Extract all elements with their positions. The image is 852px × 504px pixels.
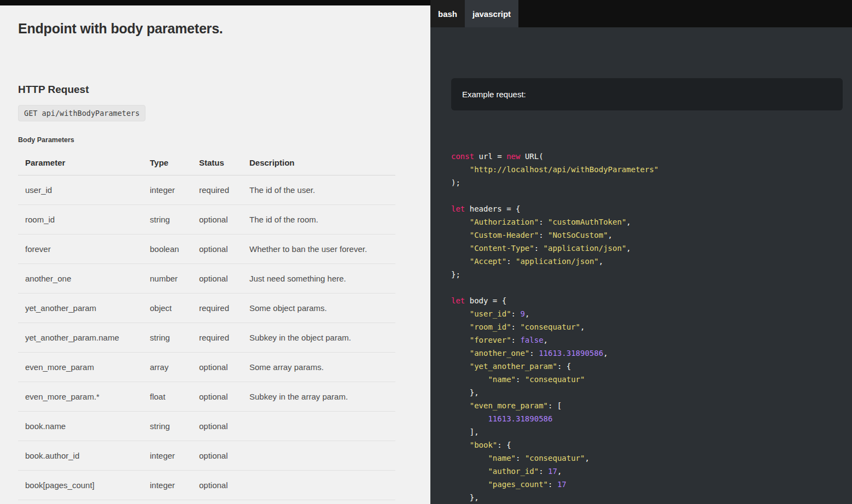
table-cell: Just need something here. xyxy=(242,264,395,294)
body-parameters-table: ParameterTypeStatusDescription user_idin… xyxy=(18,150,395,500)
table-row: book.author_idintegeroptional xyxy=(18,441,395,471)
table-cell: another_one xyxy=(18,264,143,294)
code-line: "another_one": 11613.31890586, xyxy=(451,347,843,360)
code-line: "even_more_param": [ xyxy=(451,399,843,412)
code-line: "user_id": 9, xyxy=(451,307,843,320)
table-cell: optional xyxy=(192,264,242,294)
code-line: "forever": false, xyxy=(451,333,843,347)
table-cell: book.name xyxy=(18,412,143,441)
table-row: room_idstringoptionalThe id of the room. xyxy=(18,205,395,235)
table-cell xyxy=(242,412,395,441)
table-cell: boolean xyxy=(143,235,192,264)
table-cell: even_more_param.* xyxy=(18,382,143,412)
language-tab-bar: bashjavascript xyxy=(430,0,852,27)
example-code-block: const url = new URL( "http://localhost/a… xyxy=(451,150,843,504)
table-cell xyxy=(242,471,395,500)
table-cell: Some object params. xyxy=(242,294,395,323)
table-cell: The id of the user. xyxy=(242,175,395,205)
table-cell: The id of the room. xyxy=(242,205,395,235)
code-line: ); xyxy=(451,176,843,189)
table-cell: book.author_id xyxy=(18,441,143,471)
table-cell: yet_another_param xyxy=(18,294,143,323)
code-line xyxy=(451,189,843,202)
code-line: const url = new URL( xyxy=(451,150,843,163)
code-panel: bashjavascript Example request: const ur… xyxy=(430,0,852,504)
table-cell: optional xyxy=(192,412,242,441)
code-area: Example request: const url = new URL( "h… xyxy=(430,27,852,504)
table-header-row: ParameterTypeStatusDescription xyxy=(18,150,395,175)
table-cell: required xyxy=(192,294,242,323)
table-row: even_more_paramarrayoptionalSome array p… xyxy=(18,353,395,382)
table-cell: optional xyxy=(192,441,242,471)
table-cell: room_id xyxy=(18,205,143,235)
table-cell: number xyxy=(143,264,192,294)
code-line: "author_id": 17, xyxy=(451,465,843,478)
code-line: "http://localhost/api/withBodyParameters… xyxy=(451,163,843,176)
docs-panel: Endpoint with body parameters. HTTP Requ… xyxy=(0,0,430,504)
table-row: book[pages_count]integeroptional xyxy=(18,471,395,500)
code-line: }; xyxy=(451,268,843,281)
table-cell xyxy=(242,441,395,471)
table-cell: forever xyxy=(18,235,143,264)
code-line: }, xyxy=(451,491,843,504)
column-header: Status xyxy=(192,150,242,175)
body-parameters-label: Body Parameters xyxy=(18,136,412,144)
page-title: Endpoint with body parameters. xyxy=(18,21,412,37)
table-cell: user_id xyxy=(18,175,143,205)
table-cell: book[pages_count] xyxy=(18,471,143,500)
code-line: "room_id": "consequatur", xyxy=(451,320,843,333)
table-cell: required xyxy=(192,323,242,353)
table-cell: integer xyxy=(143,441,192,471)
code-line: "pages_count": 17 xyxy=(451,478,843,491)
example-request-callout: Example request: xyxy=(451,78,843,110)
column-header: Parameter xyxy=(18,150,143,175)
column-header: Description xyxy=(242,150,395,175)
table-cell: optional xyxy=(192,235,242,264)
table-row: yet_another_param.namestringrequiredSubk… xyxy=(18,323,395,353)
top-bar xyxy=(0,0,430,5)
tab-bash[interactable]: bash xyxy=(430,0,465,27)
table-cell: string xyxy=(143,323,192,353)
example-request-label: Example request: xyxy=(462,90,526,99)
table-row: another_onenumberoptionalJust need somet… xyxy=(18,264,395,294)
table-cell: object xyxy=(143,294,192,323)
table-cell: Whether to ban the user forever. xyxy=(242,235,395,264)
code-line: "name": "consequatur", xyxy=(451,452,843,465)
table-cell: optional xyxy=(192,471,242,500)
table-row: foreverbooleanoptionalWhether to ban the… xyxy=(18,235,395,264)
code-line xyxy=(451,281,843,294)
table-body: user_idintegerrequiredThe id of the user… xyxy=(18,175,395,500)
code-line: ], xyxy=(451,425,843,438)
code-line: "Custom-Header": "NotSoCustom", xyxy=(451,228,843,242)
endpoint-badge: GET api/withBodyParameters xyxy=(18,105,145,121)
table-cell: optional xyxy=(192,382,242,412)
table-cell: array xyxy=(143,353,192,382)
table-cell: even_more_param xyxy=(18,353,143,382)
code-line: 11613.31890586 xyxy=(451,412,843,425)
http-request-heading: HTTP Request xyxy=(18,84,412,96)
table-cell: Subkey in the object param. xyxy=(242,323,395,353)
table-row: book.namestringoptional xyxy=(18,412,395,441)
table-cell: optional xyxy=(192,353,242,382)
code-line: let body = { xyxy=(451,294,843,307)
tab-javascript[interactable]: javascript xyxy=(465,0,518,27)
table-cell: string xyxy=(143,412,192,441)
code-line: "Content-Type": "application/json", xyxy=(451,242,843,255)
table-cell: Subkey in the array param. xyxy=(242,382,395,412)
table-row: even_more_param.*floatoptionalSubkey in … xyxy=(18,382,395,412)
code-line: "name": "consequatur" xyxy=(451,373,843,386)
table-cell: integer xyxy=(143,175,192,205)
code-line: "yet_another_param": { xyxy=(451,360,843,373)
table-cell: yet_another_param.name xyxy=(18,323,143,353)
code-line: "Authorization": "customAuthToken", xyxy=(451,215,843,228)
code-line: }, xyxy=(451,386,843,399)
page: Endpoint with body parameters. HTTP Requ… xyxy=(0,0,852,504)
code-line: "Accept": "application/json", xyxy=(451,255,843,268)
table-cell: float xyxy=(143,382,192,412)
table-cell: Some array params. xyxy=(242,353,395,382)
table-row: user_idintegerrequiredThe id of the user… xyxy=(18,175,395,205)
code-line: "book": { xyxy=(451,438,843,452)
table-cell: optional xyxy=(192,205,242,235)
code-line: let headers = { xyxy=(451,202,843,215)
table-cell: string xyxy=(143,205,192,235)
